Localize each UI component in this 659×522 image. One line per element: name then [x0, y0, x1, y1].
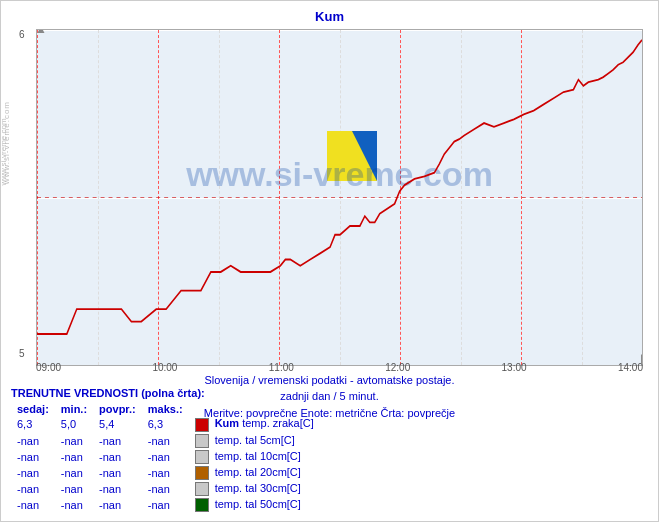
color-swatch	[195, 466, 209, 480]
grid-v-6	[642, 30, 643, 365]
table-body: 6,3 5,0 5,4 6,3 Kum temp. zraka[C] -nan …	[11, 416, 320, 513]
cell-sedaj: -nan	[11, 465, 55, 481]
cell-maks: -nan	[142, 481, 189, 497]
table-row: -nan -nan -nan -nan temp. tal 10cm[C]	[11, 449, 320, 465]
cell-povpr: -nan	[93, 497, 142, 513]
cell-min: -nan	[55, 465, 93, 481]
y-label-top: 6	[19, 29, 25, 40]
cell-label: Kum temp. zraka[C]	[189, 416, 320, 432]
color-swatch	[195, 482, 209, 496]
cell-label: temp. tal 10cm[C]	[189, 449, 320, 465]
table-header: TRENUTNE VREDNOSTI (polna črta):	[11, 387, 320, 399]
table-header-row: sedaj: min.: povpr.: maks.:	[11, 402, 320, 416]
cell-maks: -nan	[142, 497, 189, 513]
chart-title: Kum	[1, 1, 658, 24]
cell-maks: -nan	[142, 433, 189, 449]
chart-container: www.si-vreme.com Kum www.si-vreme.com	[0, 0, 659, 522]
table-row: -nan -nan -nan -nan temp. tal 30cm[C]	[11, 481, 320, 497]
cell-sedaj: -nan	[11, 433, 55, 449]
cell-povpr: 5,4	[93, 416, 142, 432]
cell-sedaj: -nan	[11, 449, 55, 465]
table-row: -nan -nan -nan -nan temp. tal 5cm[C]	[11, 433, 320, 449]
chart-svg	[37, 30, 642, 365]
cell-min: -nan	[55, 449, 93, 465]
table-row: 6,3 5,0 5,4 6,3 Kum temp. zraka[C]	[11, 416, 320, 432]
color-swatch	[195, 434, 209, 448]
cell-povpr: -nan	[93, 449, 142, 465]
y-label-bottom: 5	[19, 348, 25, 359]
cell-sedaj: -nan	[11, 497, 55, 513]
cell-maks: -nan	[142, 465, 189, 481]
cell-label: temp. tal 50cm[C]	[189, 497, 320, 513]
cell-sedaj: 6,3	[11, 416, 55, 432]
cell-min: -nan	[55, 433, 93, 449]
y-axis-arrow: ▲	[36, 29, 47, 36]
cell-maks: -nan	[142, 449, 189, 465]
cell-maks: 6,3	[142, 416, 189, 432]
bottom-table: TRENUTNE VREDNOSTI (polna črta): sedaj: …	[11, 387, 320, 513]
col-station	[189, 402, 320, 416]
color-swatch	[195, 418, 209, 432]
color-swatch	[195, 498, 209, 512]
cell-povpr: -nan	[93, 465, 142, 481]
cell-label: temp. tal 20cm[C]	[189, 465, 320, 481]
col-sedaj: sedaj:	[11, 402, 55, 416]
color-swatch	[195, 450, 209, 464]
cell-label: temp. tal 30cm[C]	[189, 481, 320, 497]
chart-area: www.si-vreme.com ▶ ▲	[36, 29, 643, 366]
col-povpr: povpr.:	[93, 402, 142, 416]
cell-povpr: -nan	[93, 481, 142, 497]
col-min: min.:	[55, 402, 93, 416]
cell-sedaj: -nan	[11, 481, 55, 497]
cell-min: 5,0	[55, 416, 93, 432]
table-row: -nan -nan -nan -nan temp. tal 50cm[C]	[11, 497, 320, 513]
cell-min: -nan	[55, 481, 93, 497]
table-row: -nan -nan -nan -nan temp. tal 20cm[C]	[11, 465, 320, 481]
data-table: sedaj: min.: povpr.: maks.: 6,3 5,0 5,4 …	[11, 402, 320, 513]
cell-label: temp. tal 5cm[C]	[189, 433, 320, 449]
col-maks: maks.:	[142, 402, 189, 416]
cell-min: -nan	[55, 497, 93, 513]
side-label: www.si-vreme.com	[2, 101, 11, 184]
desc-line1: Slovenija / vremenski podatki - avtomats…	[1, 372, 658, 389]
cell-povpr: -nan	[93, 433, 142, 449]
